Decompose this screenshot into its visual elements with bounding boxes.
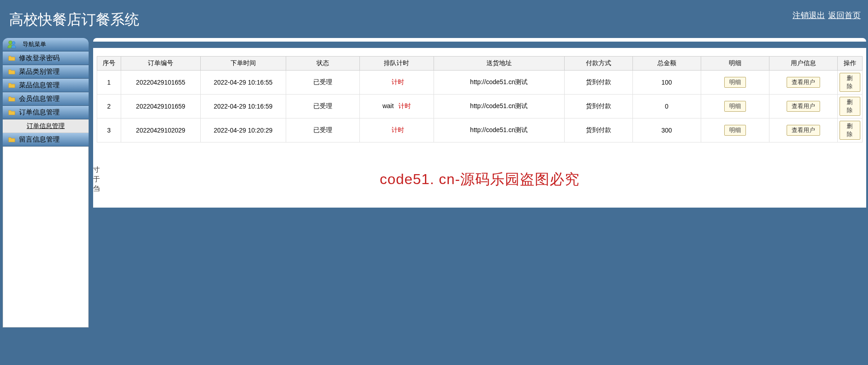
cell-pay: 货到付款	[564, 119, 632, 142]
th-amount: 总金额	[632, 57, 701, 71]
svg-point-1	[12, 42, 15, 45]
content-header-bar	[93, 38, 866, 42]
nav-item-order[interactable]: 订单信息管理	[3, 106, 89, 119]
app-title: 高校快餐店订餐系统	[9, 10, 139, 30]
cell-detail: 明细	[701, 71, 769, 95]
cell-time: 2022-04-29 10:20:29	[200, 119, 286, 142]
folder-icon	[8, 68, 15, 76]
cell-amount: 0	[632, 95, 701, 119]
cell-time: 2022-04-29 10:16:59	[200, 95, 286, 119]
th-op: 操作	[837, 57, 862, 71]
th-seq: 序号	[97, 57, 121, 71]
th-order-no: 订单编号	[121, 57, 200, 71]
nav-menu-header: 导航菜单	[3, 38, 89, 51]
folder-icon	[8, 109, 15, 116]
cell-seq: 3	[97, 119, 121, 142]
view-user-button[interactable]: 查看用户	[787, 125, 820, 136]
folder-icon	[8, 82, 15, 89]
folder-icon	[8, 55, 15, 62]
orders-table: 序号 订单编号 下单时间 状态 排队计时 送货地址 付款方式 总金额 明细 用户…	[97, 56, 863, 142]
th-queue: 排队计时	[360, 57, 434, 71]
folder-icon	[8, 95, 15, 103]
cell-addr: http://code51.cn测试	[434, 95, 564, 119]
cell-status: 已受理	[286, 95, 360, 119]
logout-link[interactable]: 注销退出	[793, 11, 825, 20]
cell-time: 2022-04-29 10:16:55	[200, 71, 286, 95]
cell-order-no: 20220429102029	[121, 119, 200, 142]
table-header-row: 序号 订单编号 下单时间 状态 排队计时 送货地址 付款方式 总金额 明细 用户…	[97, 57, 863, 71]
table-row: 3202204291020292022-04-29 10:20:29已受理计时h…	[97, 119, 863, 142]
timer-link[interactable]: 计时	[392, 78, 404, 85]
detail-button[interactable]: 明细	[724, 101, 746, 112]
cell-pay: 货到付款	[564, 71, 632, 95]
home-link[interactable]: 返回首页	[828, 11, 861, 20]
detail-button[interactable]: 明细	[724, 77, 746, 88]
cell-order-no: 20220429101655	[121, 71, 200, 95]
th-user: 用户信息	[769, 57, 837, 71]
nav-item-label: 菜品信息管理	[19, 81, 60, 90]
nav-item-dish[interactable]: 菜品信息管理	[3, 79, 89, 92]
cell-amount: 300	[632, 119, 701, 142]
nav-item-label: 菜品类别管理	[19, 67, 60, 76]
nav-item-label: 会员信息管理	[19, 95, 60, 103]
cell-status: 已受理	[286, 119, 360, 142]
content-panel: 序号 订单编号 下单时间 状态 排队计时 送货地址 付款方式 总金额 明细 用户…	[93, 48, 866, 208]
cell-queue: wait 计时	[360, 95, 434, 119]
users-icon	[7, 40, 17, 48]
svg-point-0	[9, 41, 12, 44]
sidebar: 导航菜单 修改登录密码 菜品类别管理 菜品信息管理 会员信息管理	[3, 38, 89, 365]
timer-link[interactable]: 计时	[398, 102, 411, 109]
cell-addr: http://code51.cn测试	[434, 119, 564, 142]
th-time: 下单时间	[200, 57, 286, 71]
view-user-button[interactable]: 查看用户	[787, 101, 820, 112]
nav-item-label: 订单信息管理	[19, 108, 60, 117]
cell-pay: 货到付款	[564, 95, 632, 119]
main-container: 导航菜单 修改登录密码 菜品类别管理 菜品信息管理 会员信息管理	[0, 38, 868, 365]
cell-user: 查看用户	[769, 119, 837, 142]
delete-button[interactable]: 删除	[840, 97, 860, 116]
folder-icon	[8, 136, 15, 143]
cell-op: 删除	[837, 119, 862, 142]
th-detail: 明细	[701, 57, 769, 71]
cell-user: 查看用户	[769, 71, 837, 95]
cell-queue: 计时	[360, 119, 434, 142]
nav-item-password[interactable]: 修改登录密码	[3, 52, 89, 65]
sidebar-spacer	[3, 147, 89, 327]
cell-amount: 100	[632, 71, 701, 95]
nav-item-label: 留言信息管理	[19, 135, 60, 144]
header: 高校快餐店订餐系统 注销退出 返回首页	[0, 0, 868, 38]
header-links: 注销退出 返回首页	[792, 10, 861, 21]
cell-addr: http://code51.cn测试	[434, 71, 564, 95]
delete-button[interactable]: 删除	[840, 73, 860, 92]
cell-seq: 1	[97, 71, 121, 95]
nav-item-message[interactable]: 留言信息管理	[3, 133, 89, 147]
cell-op: 删除	[837, 71, 862, 95]
nav-sub-item-label: 订单信息管理	[27, 122, 65, 130]
cell-order-no: 20220429101659	[121, 95, 200, 119]
ghost-text: 寸 于 刍	[93, 165, 100, 193]
nav-menu-label: 导航菜单	[23, 40, 46, 48]
watermark-text: code51. cn-源码乐园盗图必究	[97, 170, 863, 190]
th-pay: 付款方式	[564, 57, 632, 71]
cell-queue: 计时	[360, 71, 434, 95]
cell-seq: 2	[97, 95, 121, 119]
detail-button[interactable]: 明细	[724, 125, 746, 136]
table-row: 1202204291016552022-04-29 10:16:55已受理计时h…	[97, 71, 863, 95]
view-user-button[interactable]: 查看用户	[787, 77, 820, 88]
cell-detail: 明细	[701, 95, 769, 119]
timer-link[interactable]: 计时	[392, 126, 404, 133]
cell-op: 删除	[837, 95, 862, 119]
nav-item-member[interactable]: 会员信息管理	[3, 92, 89, 106]
th-addr: 送货地址	[434, 57, 564, 71]
delete-button[interactable]: 删除	[840, 121, 860, 140]
nav-item-category[interactable]: 菜品类别管理	[3, 65, 89, 79]
th-status: 状态	[286, 57, 360, 71]
table-row: 2202204291016592022-04-29 10:16:59已受理wai…	[97, 95, 863, 119]
content-area: 序号 订单编号 下单时间 状态 排队计时 送货地址 付款方式 总金额 明细 用户…	[93, 38, 866, 365]
cell-detail: 明细	[701, 119, 769, 142]
cell-user: 查看用户	[769, 95, 837, 119]
nav-sub-item-order[interactable]: 订单信息管理	[3, 119, 89, 133]
cell-status: 已受理	[286, 71, 360, 95]
nav-item-label: 修改登录密码	[19, 54, 60, 62]
